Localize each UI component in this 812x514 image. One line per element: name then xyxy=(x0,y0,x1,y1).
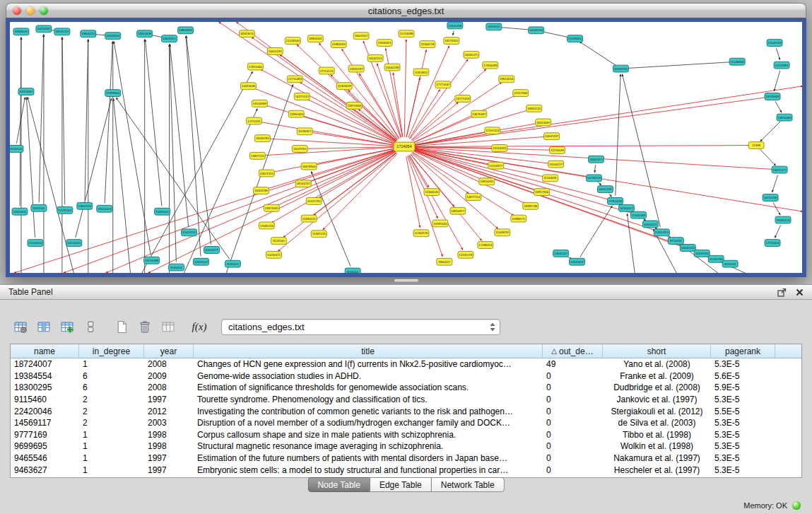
graph-edge[interactable] xyxy=(616,74,620,196)
graph-edge[interactable] xyxy=(776,48,779,59)
graph-node[interactable]: 13216091 xyxy=(492,145,507,152)
graph-edge[interactable] xyxy=(775,225,780,238)
graph-node[interactable]: 11450533 xyxy=(694,250,710,257)
graph-node[interactable]: 16034782 xyxy=(254,135,270,142)
graph-node[interactable]: 11090817 xyxy=(297,128,312,135)
graph-edge[interactable] xyxy=(377,64,401,138)
graph-node[interactable]: 14977554 xyxy=(466,194,481,201)
graph-node[interactable]: 15953822 xyxy=(413,69,429,76)
graph-node[interactable]: 13200187 xyxy=(348,65,364,72)
graph-edge[interactable] xyxy=(414,149,610,199)
panel-divider[interactable] xyxy=(0,277,812,284)
graph-node[interactable]: 17085226 xyxy=(259,222,274,229)
graph-node[interactable]: 21755483 xyxy=(287,76,302,83)
graph-node[interactable]: 14414087 xyxy=(36,25,52,33)
graph-edge[interactable] xyxy=(184,109,258,273)
graph-edge[interactable] xyxy=(406,156,420,228)
graph-node[interactable]: 17710454 xyxy=(765,240,780,247)
graph-node[interactable]: 10945113 xyxy=(775,216,791,223)
graph-edge[interactable] xyxy=(622,74,660,227)
graph-node[interactable]: 10945022 xyxy=(570,258,585,265)
divider-grip-icon[interactable] xyxy=(394,279,418,282)
graph-node[interactable]: 15041188 xyxy=(630,211,646,218)
zoom-window-button[interactable] xyxy=(40,6,48,15)
graph-node[interactable]: 19613054 xyxy=(499,76,514,83)
table-row[interactable]: 969969511998Structural magnetic resonanc… xyxy=(11,440,801,452)
graph-node[interactable]: 14275512 xyxy=(294,93,310,100)
graph-edge[interactable] xyxy=(116,98,230,259)
graph-node[interactable]: 20671310 xyxy=(259,170,274,177)
graph-node[interactable]: 9745052 xyxy=(169,264,184,271)
table-row[interactable]: 911546021997Tourette syndrome. Phenomeno… xyxy=(11,394,801,406)
graph-node[interactable]: 16604221 xyxy=(642,221,658,228)
graph-node[interactable]: 12204977 xyxy=(488,162,504,169)
graph-edge[interactable] xyxy=(64,150,395,273)
graph-node[interactable]: 15830212 xyxy=(301,215,317,222)
column-header-out_degree[interactable]: △out_de… xyxy=(543,344,603,358)
graph-node[interactable]: 16995738 xyxy=(523,202,539,209)
graph-node[interactable]: 16777453 xyxy=(455,95,471,103)
function-builder-button[interactable]: f(x) xyxy=(189,317,210,337)
graph-node[interactable]: 27514122 xyxy=(319,67,334,74)
graph-node[interactable]: 10647437 xyxy=(544,133,560,140)
graph-node[interactable]: 12107424 xyxy=(485,127,500,134)
graph-node[interactable]: 16793219 xyxy=(587,175,602,182)
graph-edge[interactable] xyxy=(85,40,88,201)
graph-node[interactable]: 19973308 xyxy=(346,102,362,109)
table-row[interactable]: 1830029562008Estimation of significance … xyxy=(11,382,801,394)
graph-node[interactable]: 19793493 xyxy=(765,93,780,100)
graph-node[interactable]: 16750388 xyxy=(144,257,160,264)
graph-node[interactable]: 9750412 xyxy=(668,238,683,245)
graph-node[interactable]: 12960443 xyxy=(288,110,304,117)
import-table-button[interactable] xyxy=(158,317,179,337)
graph-edge[interactable] xyxy=(772,175,778,192)
float-panel-icon[interactable] xyxy=(777,288,787,297)
graph-node[interactable]: 13045112 xyxy=(553,250,569,257)
graph-edge[interactable] xyxy=(775,101,782,112)
graph-node[interactable]: 13529761 xyxy=(292,146,307,153)
graph-node[interactable]: 9124540 xyxy=(271,238,286,245)
table-row[interactable]: 946554611997Estimation of the future num… xyxy=(11,452,801,465)
graph-node[interactable]: 16954432 xyxy=(479,178,495,185)
graph-node[interactable]: 11504410 xyxy=(28,240,43,247)
graph-edge[interactable] xyxy=(263,147,394,155)
graph-edge[interactable] xyxy=(500,28,531,30)
graph-node[interactable]: 20081475 xyxy=(464,51,479,58)
graph-node[interactable]: 22406718 xyxy=(420,41,435,48)
graph-node[interactable]: 20265055 xyxy=(155,208,170,215)
tab-node-table[interactable]: Node Table xyxy=(307,477,370,492)
graph-node[interactable]: 18426551 xyxy=(162,35,177,42)
graph-node[interactable]: 12213987 xyxy=(774,62,789,69)
graph-edge[interactable] xyxy=(105,42,112,204)
graph-node[interactable]: 19804122 xyxy=(81,30,96,37)
table-row[interactable]: 1456911722003Disruption of a novel membe… xyxy=(11,417,801,429)
graph-node[interactable]: 16678904 xyxy=(301,163,317,170)
graph-node[interactable]: 18957304 xyxy=(534,189,550,196)
graph-node[interactable]: 13312454 xyxy=(654,229,669,236)
graph-edge[interactable] xyxy=(277,151,396,206)
graph-edge[interactable] xyxy=(453,31,454,35)
graph-edge[interactable] xyxy=(413,151,482,180)
graph-edge[interactable] xyxy=(413,152,514,216)
graph-node[interactable]: 14251208 xyxy=(763,194,778,201)
close-panel-icon[interactable] xyxy=(796,288,804,296)
graph-node[interactable]: 16162515 xyxy=(367,54,383,62)
graph-edge[interactable] xyxy=(62,37,65,205)
graph-node[interactable]: 17771447 xyxy=(435,81,451,88)
new-document-button[interactable] xyxy=(111,317,132,337)
graph-edge[interactable] xyxy=(541,32,569,37)
edit-table-button[interactable] xyxy=(57,317,78,337)
graph-edge[interactable] xyxy=(310,132,394,145)
graph-edge[interactable] xyxy=(409,89,440,138)
graph-node[interactable]: 18143099 xyxy=(252,100,267,107)
graph-node[interactable]: 12450122 xyxy=(194,258,209,265)
column-header-pagerank[interactable]: pagerank xyxy=(711,344,775,358)
graph-node[interactable]: 12216046 xyxy=(550,147,565,154)
graph-node[interactable]: 12045784 xyxy=(708,255,724,262)
graph-edge[interactable] xyxy=(170,45,188,227)
graph-edge[interactable] xyxy=(141,71,253,273)
graph-edge[interactable] xyxy=(760,122,781,141)
graph-edge[interactable] xyxy=(404,40,406,137)
graph-node[interactable]: 9245012 xyxy=(225,260,240,267)
graph-edge[interactable] xyxy=(414,132,487,145)
